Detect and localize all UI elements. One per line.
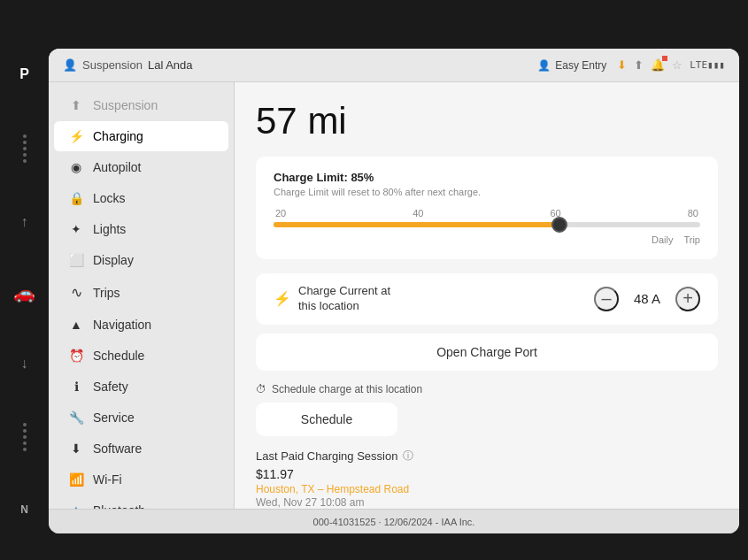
sidebar-item-navigation[interactable]: ▲ Navigation xyxy=(54,310,228,340)
charge-limit-card: Charge Limit: 85% Charge Limit will rese… xyxy=(256,157,718,259)
signal-icon: LTE▮▮▮ xyxy=(690,59,725,71)
charge-limit-note: Charge Limit will reset to 80% after nex… xyxy=(274,187,700,197)
charge-current-card: ⚡ Charge Current atthis location – 48 A … xyxy=(256,273,718,325)
last-paid-title: Last Paid Charging Session xyxy=(256,449,397,463)
sidebar-label-suspension: Suspension xyxy=(93,98,158,112)
sidebar-label-navigation: Navigation xyxy=(93,318,151,332)
autopilot-icon: ◉ xyxy=(68,160,84,174)
bottom-bar: 000-41031525 · 12/06/2024 - IAA Inc. xyxy=(49,509,739,533)
top-bar: 👤 Suspension Lal Anda 👤 Easy Entry ⬇ ⬆ 🔔… xyxy=(49,49,739,82)
sidebar-label-trips: Trips xyxy=(93,286,120,300)
arrow-up-indicator: ↑ xyxy=(21,214,28,230)
star-icon: ☆ xyxy=(672,58,682,72)
sidebar-label-display: Display xyxy=(93,253,134,267)
schedule-button[interactable]: Schedule xyxy=(256,403,397,436)
schedule-section: ⏱ Schedule charge at this location Sched… xyxy=(256,383,718,436)
charge-increase-button[interactable]: + xyxy=(675,287,700,311)
sidebar-item-trips[interactable]: ∿ Trips xyxy=(54,276,228,309)
sidebar-item-locks[interactable]: 🔒 Locks xyxy=(54,183,228,213)
main-screen: 👤 Suspension Lal Anda 👤 Easy Entry ⬇ ⬆ 🔔… xyxy=(49,49,739,533)
charge-limit-slider[interactable] xyxy=(274,222,700,227)
gear-n-indicator: N xyxy=(20,503,28,516)
bottom-bar-text: 000-41031525 · 12/06/2024 - IAA Inc. xyxy=(313,517,475,527)
sidebar-label-lights: Lights xyxy=(93,222,126,236)
gear-dots xyxy=(23,134,27,163)
charge-current-left: ⚡ Charge Current atthis location xyxy=(274,284,390,314)
slider-label-40: 40 xyxy=(413,208,423,219)
lights-icon: ✦ xyxy=(68,222,84,236)
wifi-icon: 📶 xyxy=(68,472,84,487)
sidebar-label-charging: Charging xyxy=(93,129,143,143)
main-content: ⬆ Suspension ⚡ Charging ◉ Autopilot 🔒 Lo… xyxy=(49,82,739,509)
status-icons: ⬇ ⬆ 🔔 ☆ LTE▮▮▮ xyxy=(617,58,725,72)
car-side-icon: 🚗 xyxy=(13,282,35,303)
sidebar-item-safety[interactable]: ℹ Safety xyxy=(54,372,228,402)
download-icon: ⬇ xyxy=(617,58,627,72)
gear-p-indicator: P xyxy=(19,66,29,82)
sidebar-label-autopilot: Autopilot xyxy=(93,160,141,174)
sidebar-item-bluetooth[interactable]: ✦ Bluetooth xyxy=(54,495,228,509)
sidebar-item-schedule[interactable]: ⏰ Schedule xyxy=(54,341,228,371)
display-icon: ⬜ xyxy=(68,253,84,267)
last-paid-header: Last Paid Charging Session ⓘ xyxy=(256,449,718,464)
sidebar-item-software[interactable]: ⬇ Software xyxy=(54,433,228,464)
bell-icon: 🔔 xyxy=(651,58,665,72)
service-icon: 🔧 xyxy=(68,410,84,425)
charge-decrease-button[interactable]: – xyxy=(594,287,619,311)
charge-current-controls: – 48 A + xyxy=(594,287,700,311)
upload-icon: ⬆ xyxy=(634,58,644,72)
slider-daily-trip: Daily Trip xyxy=(274,234,700,245)
person-icon: 👤 xyxy=(63,58,77,72)
charge-current-label: Charge Current atthis location xyxy=(298,284,390,314)
slider-track xyxy=(274,222,700,227)
sidebar-item-charging[interactable]: ⚡ Charging xyxy=(54,121,228,151)
slider-label-20: 20 xyxy=(275,208,286,219)
last-paid-section: Last Paid Charging Session ⓘ $11.97 Hous… xyxy=(256,449,718,509)
charge-limit-title: Charge Limit: 85% xyxy=(274,171,700,184)
safety-icon: ℹ xyxy=(68,380,84,394)
slider-thumb[interactable] xyxy=(551,217,567,233)
charge-current-icon: ⚡ xyxy=(274,290,291,307)
profile-name-main: Lal Anda xyxy=(148,58,193,72)
schedule-icon: ⏰ xyxy=(68,349,84,363)
last-paid-date: Wed, Nov 27 10:08 am xyxy=(256,496,718,509)
schedule-label-row: ⏱ Schedule charge at this location xyxy=(256,383,718,395)
easy-entry-label: Easy Entry xyxy=(555,59,606,72)
top-bar-center: 👤 Easy Entry ⬇ ⬆ 🔔 ☆ LTE▮▮▮ xyxy=(537,58,725,72)
sidebar-item-service[interactable]: 🔧 Service xyxy=(54,403,228,433)
last-paid-location: Houston, TX – Hempstead Road xyxy=(256,483,718,495)
daily-label: Daily xyxy=(652,234,673,245)
last-paid-amount: $11.97 xyxy=(256,467,718,481)
sidebar-item-wifi[interactable]: 📶 Wi-Fi xyxy=(54,464,228,495)
sidebar-label-locks: Locks xyxy=(93,191,126,205)
sidebar-label-schedule: Schedule xyxy=(93,349,144,363)
sidebar-item-suspension[interactable]: ⬆ Suspension xyxy=(54,90,228,120)
trip-label: Trip xyxy=(683,234,700,245)
open-charge-port-button[interactable]: Open Charge Port xyxy=(256,334,718,371)
sidebar-item-display[interactable]: ⬜ Display xyxy=(54,245,228,275)
easy-entry-section[interactable]: 👤 Easy Entry xyxy=(537,59,606,72)
arrow-down-indicator: ↓ xyxy=(21,356,28,372)
sidebar-item-lights[interactable]: ✦ Lights xyxy=(54,214,228,244)
profile-section[interactable]: 👤 Suspension Lal Anda xyxy=(63,58,193,72)
sidebar-label-wifi: Wi-Fi xyxy=(93,472,122,487)
software-icon: ⬇ xyxy=(68,441,84,456)
sidebar-item-autopilot[interactable]: ◉ Autopilot xyxy=(54,152,228,182)
trips-icon: ∿ xyxy=(68,284,84,301)
right-panel: 57 mi Charge Limit: 85% Charge Limit wil… xyxy=(235,82,739,509)
gear-dots-bottom xyxy=(23,423,27,451)
sidebar-label-safety: Safety xyxy=(93,380,128,394)
battery-miles: 57 mi xyxy=(256,100,718,142)
slider-fill xyxy=(274,222,559,227)
navigation-icon: ▲ xyxy=(68,318,84,332)
info-icon: ⓘ xyxy=(403,449,413,464)
profile-name: Suspension xyxy=(82,58,143,72)
schedule-location-label: Schedule charge at this location xyxy=(272,383,422,395)
charge-current-value: 48 A xyxy=(629,291,665,306)
slider-label-80: 80 xyxy=(688,208,698,219)
left-edge-panel: P ↑ 🚗 ↓ N xyxy=(0,49,49,533)
sidebar: ⬆ Suspension ⚡ Charging ◉ Autopilot 🔒 Lo… xyxy=(49,82,235,509)
sidebar-label-software: Software xyxy=(93,441,142,456)
slider-labels: 20 40 60 80 xyxy=(274,208,700,219)
locks-icon: 🔒 xyxy=(68,191,84,205)
